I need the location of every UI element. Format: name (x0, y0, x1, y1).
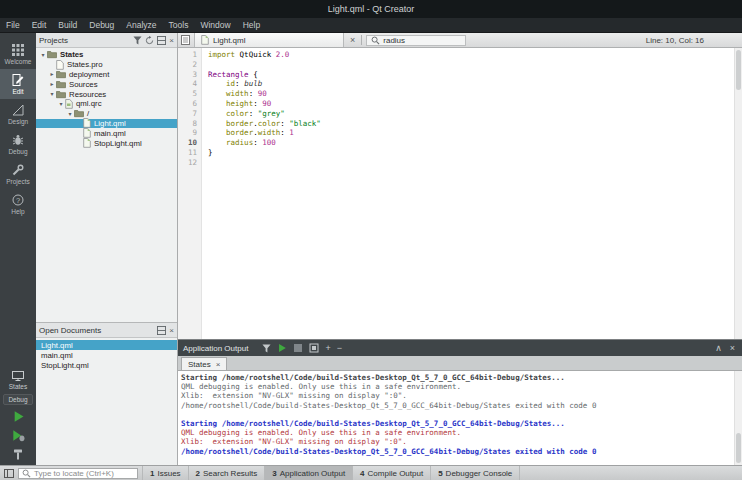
tree-item-states-pro[interactable]: States.pro (36, 60, 177, 70)
mode-debug[interactable]: Debug (0, 129, 36, 159)
code-token: radius (226, 138, 253, 147)
window-title: Light.qml - Qt Creator (328, 4, 415, 14)
output-line: Starting /home/rootshell/Code/build-Stat… (181, 373, 734, 382)
attach-icon[interactable] (309, 343, 319, 353)
tree-label: qml.qrc (76, 99, 102, 108)
mode-design[interactable]: Design (0, 99, 36, 129)
expander-icon[interactable]: ▾ (57, 100, 65, 108)
build-config-selector[interactable]: Debug (3, 394, 32, 405)
kit-selector-button[interactable]: States (9, 371, 27, 390)
monitor-icon (12, 371, 24, 381)
close-icon[interactable]: × (730, 343, 735, 353)
pane-number: 1 (150, 469, 154, 478)
kit-area: States Debug (0, 371, 36, 465)
run-button[interactable] (10, 409, 26, 423)
search-icon (371, 36, 380, 45)
menu-window[interactable]: Window (194, 18, 236, 32)
tree-item-states[interactable]: ▾States (36, 50, 177, 60)
open-doc-stoplight-qml[interactable]: StopLight.qml (36, 360, 177, 370)
code-token (208, 79, 226, 88)
menu-tools[interactable]: Tools (163, 18, 195, 32)
debug-run-button[interactable] (10, 428, 26, 442)
editor-scrollbar-thumb[interactable] (736, 50, 741, 90)
run-icon (12, 410, 25, 423)
project-tree: ▾StatesStates.pro▸deployment▸Sources▾Res… (36, 48, 177, 322)
build-button[interactable] (10, 447, 26, 461)
close-icon[interactable]: × (169, 36, 174, 45)
symbol-selector[interactable]: radius (366, 35, 466, 46)
output-tab-close[interactable]: × (216, 360, 221, 369)
qrc-file-icon (65, 99, 73, 109)
tree-item-main-qml[interactable]: main.qml (36, 128, 177, 138)
open-doc-light-qml[interactable]: Light.qml (36, 340, 177, 350)
folder-icon (56, 70, 66, 79)
pane-button-application-output[interactable]: 3Application Output (265, 466, 353, 480)
code-token: "grey" (258, 109, 285, 118)
output-tab-states[interactable]: States × (181, 357, 227, 370)
minimize-icon[interactable]: ∧ (715, 343, 722, 353)
expander-icon[interactable]: ▾ (48, 90, 56, 98)
split-icon[interactable] (157, 36, 166, 45)
tab-close-button[interactable]: × (348, 35, 357, 45)
output-window-icons: ∧× (715, 343, 735, 353)
code-token: { (249, 70, 258, 79)
qt-creator-window: Light.qml - Qt Creator FileEditBuildDebu… (0, 0, 742, 480)
toolbar-separator (361, 35, 362, 45)
sync-icon[interactable] (145, 36, 154, 45)
close-icon[interactable]: × (169, 326, 174, 335)
filter-icon[interactable] (133, 36, 142, 45)
tree-item-qml-qrc[interactable]: ▾qml.qrc (36, 99, 177, 109)
pane-button-issues[interactable]: 1Issues (143, 466, 189, 480)
code-token: "black" (289, 119, 321, 128)
tree-item-light-qml[interactable]: Light.qml (36, 119, 177, 129)
menu-edit[interactable]: Edit (26, 18, 53, 32)
zoom-in-icon[interactable]: + (325, 343, 330, 353)
code-editor[interactable]: 123456789101112 import QtQuick 2.0Rectan… (178, 48, 742, 339)
menu-debug[interactable]: Debug (83, 18, 120, 32)
menu-analyze[interactable]: Analyze (120, 18, 162, 32)
mode-projects[interactable]: Projects (0, 159, 36, 189)
pane-label: Search Results (203, 469, 257, 478)
zoom-out-icon[interactable]: − (337, 343, 342, 353)
menu-file[interactable]: File (0, 18, 26, 32)
expander-icon[interactable]: ▾ (39, 51, 47, 59)
pane-button-compile-output[interactable]: 4Compile Output (353, 466, 431, 480)
code-line: border.width: 1 (208, 128, 734, 138)
mode-welcome[interactable]: Welcome (0, 39, 36, 69)
expander-icon[interactable]: ▸ (48, 70, 56, 78)
menu-build[interactable]: Build (52, 18, 83, 32)
menu-help[interactable]: Help (237, 18, 266, 32)
folder-icon (56, 80, 66, 89)
tree-item-deployment[interactable]: ▸deployment (36, 70, 177, 80)
mode-edit[interactable]: Edit (0, 69, 36, 99)
output-line: Starting /home/rootshell/Code/build-Stat… (181, 419, 734, 428)
split-icon[interactable] (157, 326, 166, 335)
open-doc-main-qml[interactable]: main.qml (36, 350, 177, 360)
output-log[interactable]: Starting /home/rootshell/Code/build-Stat… (178, 371, 734, 465)
rerun-icon[interactable] (277, 343, 287, 353)
pane-button-search-results[interactable]: 2Search Results (189, 466, 266, 480)
editor-scrollbar[interactable] (734, 48, 742, 339)
code-token: width (226, 89, 249, 98)
tree-item-stoplight-qml[interactable]: StopLight.qml (36, 138, 177, 148)
sidebar-toggle-icon[interactable] (4, 469, 14, 478)
mode-help[interactable]: ?Help (0, 189, 36, 219)
expander-icon[interactable]: ▾ (66, 110, 74, 118)
output-scrollbar[interactable] (734, 371, 742, 465)
tree-item-sources[interactable]: ▸Sources (36, 79, 177, 89)
code-line: id: bulb (208, 79, 734, 89)
document-tab[interactable]: Light.qml (194, 33, 344, 47)
tree-item-resources[interactable]: ▾Resources (36, 89, 177, 99)
line-number: 6 (178, 99, 197, 109)
locator-input[interactable]: Type to locate (Ctrl+K) (18, 468, 138, 479)
editor-column: Light.qml × radius Line: 10, Col: 16 123… (178, 33, 742, 465)
mode-label: Debug (8, 148, 27, 155)
tree-item-root[interactable]: ▾/ (36, 109, 177, 119)
line-number-gutter: 123456789101112 (178, 48, 202, 339)
code-area[interactable]: import QtQuick 2.0Rectangle { id: bulb w… (202, 48, 734, 339)
output-scrollbar-thumb[interactable] (736, 433, 741, 463)
stop-icon[interactable] (293, 343, 303, 353)
filter-icon[interactable] (262, 344, 271, 353)
pane-button-debugger-console[interactable]: 5Debugger Console (431, 466, 520, 480)
expander-icon[interactable]: ▸ (48, 80, 56, 88)
